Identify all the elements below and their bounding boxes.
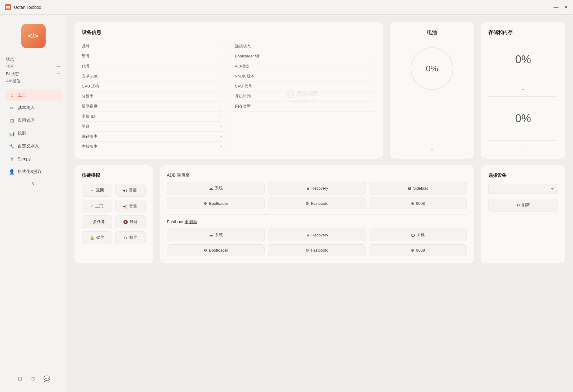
chat-icon[interactable]: 💬 <box>43 374 51 383</box>
fb-system-btn[interactable]: ☁ 系统 <box>167 229 265 241</box>
fb-cloud-icon: ☁ <box>209 233 213 237</box>
memory-percentage: 0% <box>515 112 531 125</box>
device-dropdown[interactable] <box>488 184 558 194</box>
stat-val-status: — <box>57 57 60 62</box>
nav-label-lineflash: 线刷 <box>18 131 26 136</box>
stat-label-ab: A/B槽位 <box>6 78 20 84</box>
adb-reboot-title: ADB 重启至 <box>167 173 467 178</box>
stat-val-ab: — <box>57 78 60 84</box>
refresh-button[interactable]: ↻ 刷新 <box>488 199 558 211</box>
device-info-title: 设备信息 <box>82 29 376 36</box>
fastboot-reboot-title: Fastboot 重启至 <box>167 219 467 225</box>
svg-rect-0 <box>6 7 10 8</box>
stat-label-codename: 代号 <box>6 64 14 69</box>
fb-bootloader-btn[interactable]: ⚙ Bootloader <box>167 244 265 256</box>
info-flash-type: 闪存类型-- <box>235 101 376 112</box>
svg-rect-1 <box>6 6 8 7</box>
sidebar-item-customflash[interactable]: 🔧 自定义刷入 <box>5 140 62 152</box>
fb-poweroff-btn[interactable]: ⏻ 关机 <box>369 229 467 241</box>
gear-fastbootd-icon: ⚙ <box>305 201 309 206</box>
adb-system-btn[interactable]: ☁ 系统 <box>167 182 265 194</box>
multitask-icon: □ <box>89 220 91 224</box>
fb-gear-fd-icon: ⚙ <box>305 248 309 253</box>
btn-vol-up[interactable]: ◄) 音量+ <box>115 184 146 197</box>
battery-percentage: 0% <box>426 64 438 74</box>
adb-reboot-grid: ☁ 系统 🖥 Recovery 🖥 Sideload ⚙ <box>167 182 467 209</box>
svg-rect-2 <box>8 6 10 7</box>
sidebar-nav: ⌂ 主页 ✏ 基本刷入 ⊞ 应用管理 📊 线刷 🔧 自定义刷入 🖥 Scrcp <box>5 89 62 369</box>
sidebar-item-scrcpy[interactable]: 🖥 Scrcpy <box>5 153 62 165</box>
user-icon: 👤 <box>9 169 15 174</box>
power-icon: ⏻ <box>411 233 415 237</box>
sidebar-item-format[interactable]: 👤 格式化&提取 <box>5 166 62 177</box>
btn-vol-down[interactable]: ◄) 音量- <box>115 200 146 212</box>
btn-screenshot[interactable]: ⊙ 截屏 <box>115 231 146 244</box>
sidebar-item-lineflash[interactable]: 📊 线刷 <box>5 128 62 139</box>
adb-fastbootd-btn[interactable]: ⚙ Fastbootd <box>268 198 366 209</box>
btn-lock[interactable]: 🔒 锁屏 <box>82 231 112 244</box>
info-cpu-arch: CPU 架构-- <box>82 81 223 91</box>
refresh-icon: ↻ <box>517 203 520 208</box>
wrench-icon: 🔧 <box>9 143 15 149</box>
storage-title: 存储和内存 <box>488 29 558 36</box>
device-select-card: 选择设备 ↻ 刷新 <box>481 165 566 264</box>
btn-back[interactable]: ← 返回 <box>82 184 112 197</box>
info-density: 显示密度-- <box>82 101 223 112</box>
svg-rect-3 <box>6 8 8 9</box>
info-ab-slot: A/B槽位-- <box>235 61 376 71</box>
content-area: 设备信息 品牌-- 型号-- 代号-- 安卓SDK-- CPU 架构-- 分辨率… <box>67 15 573 392</box>
sidebar-item-appmanager[interactable]: ⊞ 应用管理 <box>5 115 62 126</box>
app-logo: </> <box>21 24 46 48</box>
lock-icon: 🔒 <box>90 236 95 240</box>
sidebar-item-home[interactable]: ⌂ 主页 <box>5 89 62 101</box>
fastboot-reboot: Fastboot 重启至 ☁ 系统 🖥 Recovery ⏻ 关机 <box>167 219 467 256</box>
info-uptime: 开机时间-- <box>235 91 376 101</box>
btn-home[interactable]: ○ 主页 <box>82 200 112 212</box>
sidebar-item-flash[interactable]: ✏ 基本刷入 <box>5 102 62 114</box>
info-brand: 品牌-- <box>82 41 223 51</box>
fb-recovery-btn[interactable]: 🖥 Recovery <box>268 229 366 241</box>
btn-multitask[interactable]: □ 多任务 <box>82 215 112 228</box>
minimize-button[interactable]: — <box>554 5 558 10</box>
nav-label-customflash: 自定义刷入 <box>18 143 39 149</box>
memory-section: 0% <box>488 100 558 137</box>
close-button[interactable]: ✕ <box>563 5 568 10</box>
nav-label-appmanager: 应用管理 <box>18 118 35 123</box>
info-platform: 平台-- <box>82 122 223 132</box>
fb-9008-btn[interactable]: ⊕ 9008 <box>369 244 467 256</box>
titlebar: Uotan Toolbox — ✕ <box>0 0 573 15</box>
brush-icon: ✏ <box>9 105 15 111</box>
fb-fastbootd-btn[interactable]: ⚙ Fastbootd <box>268 244 366 256</box>
btn-mute[interactable]: 🔇 静音 <box>115 215 146 228</box>
device-select-title: 选择设备 <box>488 173 558 178</box>
info-codename: 代号-- <box>82 61 223 71</box>
github-icon[interactable]: ⊙ <box>29 374 38 383</box>
main-layout: </> 状态 — 代号 — BL状态 — A/B槽位 — ⌂ 主页 <box>0 15 573 392</box>
stat-row-bl: BL状态 — <box>6 71 60 77</box>
adb-9008-btn[interactable]: ⊕ 9008 <box>369 198 467 209</box>
storage-val: -- <box>488 86 558 93</box>
battery-title: 电池 <box>427 29 437 36</box>
adb-bootloader-btn[interactable]: ⚙ Bootloader <box>167 198 265 209</box>
cloud-icon: ☁ <box>209 186 213 191</box>
device-info-right: 连接状态-- Bootloader 锁-- A/B槽位-- VNDK 版本-- … <box>229 41 376 151</box>
info-cpu-code: CPU 代号-- <box>235 81 376 91</box>
memory-val: -- <box>488 144 558 151</box>
stat-val-bl: — <box>57 71 60 77</box>
sidebar-bottom: ⊡ ⊙ 💬 <box>5 371 62 386</box>
info-sdk: 安卓SDK-- <box>82 71 223 81</box>
app-title: Uotan Toolbox <box>14 5 41 10</box>
stat-row-codename: 代号 — <box>6 64 60 69</box>
adb-sideload-btn[interactable]: 🖥 Sideload <box>369 182 467 194</box>
info-kernel: 内核版本-- <box>82 142 223 151</box>
adb-recovery-btn[interactable]: 🖥 Recovery <box>268 182 366 194</box>
sidebar-more[interactable]: ∨ <box>5 179 62 188</box>
fb-gear-9008-icon: ⊕ <box>411 248 414 253</box>
vol-down-icon: ◄) <box>122 204 127 208</box>
reboot-section: ADB 重启至 ☁ 系统 🖥 Recovery 🖥 Sideload <box>159 165 475 264</box>
terminal-icon[interactable]: ⊡ <box>16 374 24 383</box>
back-icon: ← <box>90 188 94 193</box>
stat-val-codename: — <box>57 64 60 69</box>
adb-reboot: ADB 重启至 ☁ 系统 🖥 Recovery 🖥 Sideload <box>167 173 467 209</box>
device-info-grid: 品牌-- 型号-- 代号-- 安卓SDK-- CPU 架构-- 分辨率-- 显示… <box>82 41 376 151</box>
